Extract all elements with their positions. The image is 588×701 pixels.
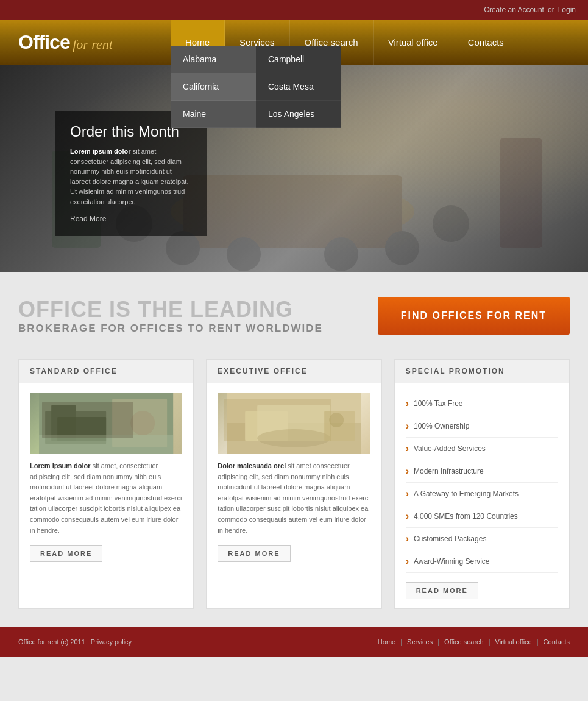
promo-item-1: 100% Tax Free bbox=[406, 393, 558, 415]
login-link[interactable]: Login bbox=[558, 5, 576, 14]
top-bar-or: or bbox=[548, 5, 554, 14]
special-promo-card: SPECIAL PROMOTION 100% Tax Free 100% Own… bbox=[394, 359, 570, 609]
svg-rect-19 bbox=[245, 411, 288, 441]
hero-body-text: sit amet consectetuer adipiscing elit, s… bbox=[70, 148, 188, 205]
special-promo-header: SPECIAL PROMOTION bbox=[395, 360, 569, 383]
svg-rect-1 bbox=[183, 175, 402, 248]
standard-img-svg bbox=[30, 393, 182, 454]
logo: Office for rent bbox=[0, 31, 171, 54]
hero-body: Lorem ipsum dolor sit amet consectetuer … bbox=[70, 146, 192, 207]
tagline-line1: OFFICE IS THE LEADING bbox=[18, 297, 323, 322]
footer-copyright: Office for rent (c) 2011 bbox=[18, 638, 85, 646]
hero-content-box: Order this Month Lorem ipsum dolor sit a… bbox=[55, 111, 207, 236]
executive-office-image bbox=[218, 393, 370, 454]
tagline-section: OFFICE IS THE LEADING BROKERAGE FOR OFFI… bbox=[18, 297, 570, 335]
promo-item-8: Award-Winning Service bbox=[406, 550, 558, 573]
svg-rect-9 bbox=[500, 138, 542, 248]
promo-item-4: Modern Infrastructure bbox=[406, 460, 558, 483]
standard-text-body: sit amet, consectetuer adipiscing elit, … bbox=[30, 462, 182, 534]
executive-text-bold: Dolor malesuada orci bbox=[218, 462, 286, 469]
standard-office-image bbox=[30, 393, 182, 454]
svg-rect-20 bbox=[257, 405, 330, 441]
footer-sep-4: | bbox=[489, 638, 491, 646]
svg-point-3 bbox=[166, 231, 200, 265]
main-content: OFFICE IS THE LEADING BROKERAGE FOR OFFI… bbox=[0, 272, 588, 627]
footer-sep-3: | bbox=[437, 638, 439, 646]
top-bar: Create an Account or Login bbox=[0, 0, 588, 20]
footer-left: Office for rent (c) 2011 | Privacy polic… bbox=[18, 638, 132, 646]
executive-img-svg bbox=[218, 393, 370, 454]
promo-item-5: A Gateway to Emerging Markets bbox=[406, 483, 558, 505]
svg-rect-13 bbox=[57, 417, 106, 441]
standard-office-body: Lorem ipsum dolor sit amet, consectetuer… bbox=[19, 383, 193, 571]
nav-virtual-office[interactable]: Virtual office bbox=[374, 20, 453, 65]
standard-office-card: STANDARD OFFICE Lorem ipsum dolor sit am… bbox=[18, 359, 194, 609]
promo-item-6: 4,000 SMEs from 120 Countries bbox=[406, 505, 558, 528]
standard-office-header: STANDARD OFFICE bbox=[19, 360, 193, 383]
footer-link-virtual-office[interactable]: Virtual office bbox=[495, 638, 532, 646]
executive-office-header: EXECUTIVE OFFICE bbox=[207, 360, 381, 383]
promo-read-more-btn[interactable]: READ MORE bbox=[406, 582, 478, 599]
footer-privacy-link[interactable]: Privacy policy bbox=[91, 638, 132, 646]
logo-for-rent-text: for rent bbox=[73, 37, 113, 52]
executive-text-body: sit amet consecetuer adipiscing elit, se… bbox=[218, 462, 369, 534]
dropdown-col-cities: Campbell Costa Mesa Los Angeles bbox=[256, 46, 341, 128]
standard-text-bold: Lorem ipsum dolor bbox=[30, 462, 91, 469]
promo-item-2: 100% Ownership bbox=[406, 415, 558, 438]
dropdown-los-angeles[interactable]: Los Angeles bbox=[256, 101, 341, 128]
footer-link-contacts[interactable]: Contacts bbox=[544, 638, 570, 646]
special-promo-body: 100% Tax Free 100% Ownership Value-Added… bbox=[395, 383, 569, 608]
dropdown-menu: Alabama California Maine Campbell Costa … bbox=[171, 46, 341, 128]
dropdown-costa-mesa[interactable]: Costa Mesa bbox=[256, 73, 341, 101]
tagline-text: OFFICE IS THE LEADING BROKERAGE FOR OFFI… bbox=[18, 297, 323, 335]
svg-rect-16 bbox=[39, 435, 173, 454]
footer-sep-5: | bbox=[537, 638, 539, 646]
svg-point-23 bbox=[329, 413, 344, 427]
executive-office-text: Dolor malesuada orci sit amet consecetue… bbox=[218, 461, 370, 536]
footer-link-office-search[interactable]: Office search bbox=[444, 638, 484, 646]
dropdown-alabama[interactable]: Alabama bbox=[171, 46, 256, 73]
svg-point-15 bbox=[130, 411, 155, 435]
svg-point-6 bbox=[385, 231, 419, 265]
standard-read-more-btn[interactable]: READ MORE bbox=[30, 545, 102, 562]
executive-read-more-btn[interactable]: READ MORE bbox=[218, 545, 290, 562]
find-offices-button[interactable]: FIND OFFICES FOR RENT bbox=[378, 297, 570, 335]
svg-point-7 bbox=[433, 205, 469, 242]
svg-point-5 bbox=[324, 237, 358, 271]
footer-link-home[interactable]: Home bbox=[378, 638, 395, 646]
executive-office-body: Dolor malesuada orci sit amet consecetue… bbox=[207, 383, 381, 571]
logo-office-text: Office bbox=[18, 31, 70, 53]
svg-rect-12 bbox=[51, 405, 76, 441]
hero-body-bold: Lorem ipsum dolor bbox=[70, 148, 131, 155]
footer-sep-2: | bbox=[400, 638, 402, 646]
dropdown-california[interactable]: California bbox=[171, 73, 256, 101]
promo-item-3: Value-Added Services bbox=[406, 438, 558, 460]
footer-right: Home | Services | Office search | Virtua… bbox=[378, 638, 570, 646]
svg-point-21 bbox=[257, 429, 330, 447]
hero-read-more-link[interactable]: Read More bbox=[70, 215, 106, 223]
dropdown-col-states: Alabama California Maine bbox=[171, 46, 256, 128]
footer-link-services[interactable]: Services bbox=[407, 638, 433, 646]
standard-office-text: Lorem ipsum dolor sit amet, consectetuer… bbox=[30, 461, 182, 536]
nav-contacts[interactable]: Contacts bbox=[453, 20, 519, 65]
cards-row: STANDARD OFFICE Lorem ipsum dolor sit am… bbox=[18, 359, 570, 609]
dropdown-campbell[interactable]: Campbell bbox=[256, 46, 341, 73]
svg-point-4 bbox=[227, 237, 261, 271]
promo-list: 100% Tax Free 100% Ownership Value-Added… bbox=[406, 393, 558, 573]
create-account-link[interactable]: Create an Account bbox=[484, 5, 544, 14]
promo-item-7: Customised Packages bbox=[406, 528, 558, 550]
footer: Office for rent (c) 2011 | Privacy polic… bbox=[0, 627, 588, 657]
dropdown-maine[interactable]: Maine bbox=[171, 101, 256, 128]
executive-office-card: EXECUTIVE OFFICE Dolor malesuada orci si… bbox=[206, 359, 381, 609]
tagline-line2: BROKERAGE FOR OFFICES TO RENT WORLDWIDE bbox=[18, 322, 323, 335]
